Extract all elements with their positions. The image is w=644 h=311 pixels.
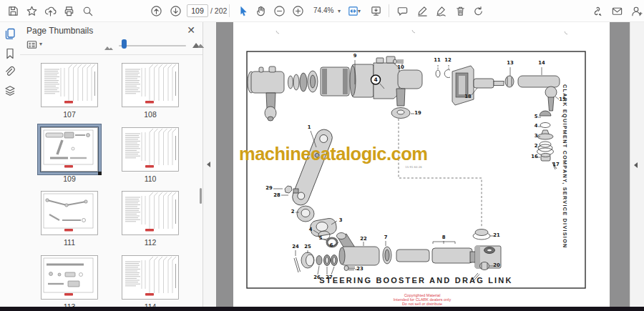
layers-icon[interactable] xyxy=(4,84,16,97)
svg-text:11: 11 xyxy=(434,57,441,63)
toolbar-divider xyxy=(389,4,389,17)
panel-divider xyxy=(20,54,203,55)
thumbnail-size-slider-thumb[interactable] xyxy=(122,39,127,49)
highlight-pen-icon[interactable] xyxy=(414,3,430,19)
page-thumbnail-111[interactable]: 111 xyxy=(41,191,98,247)
svg-text:10: 10 xyxy=(397,64,404,70)
svg-text:4: 4 xyxy=(309,227,313,232)
pdf-viewer-window: / 202 74.4% ▾ ▾ Page Thumbnails ✕ ▾ xyxy=(0,0,644,311)
options-caret-icon[interactable]: ▾ xyxy=(39,41,42,47)
search-icon[interactable] xyxy=(79,3,95,19)
svg-text:19: 19 xyxy=(414,110,421,116)
star-favorite-icon[interactable] xyxy=(24,3,39,19)
page-thumbnail-112[interactable]: 112 xyxy=(122,191,179,247)
svg-text:22: 22 xyxy=(360,236,367,242)
trash-icon[interactable] xyxy=(452,3,468,19)
svg-text:18: 18 xyxy=(464,94,472,99)
thumbnail-page-number: 112 xyxy=(122,238,179,247)
svg-text:13: 13 xyxy=(507,60,514,66)
svg-text:2: 2 xyxy=(291,209,295,214)
thumbnail-larger-icon[interactable] xyxy=(192,39,205,51)
signature-icon[interactable] xyxy=(433,3,449,19)
panel-title: Page Thumbnails xyxy=(26,26,93,36)
panel-collapse-gutter xyxy=(203,21,216,307)
svg-text:7: 7 xyxy=(384,235,388,240)
svg-text:3: 3 xyxy=(535,133,538,139)
zoom-out-icon[interactable] xyxy=(271,3,287,19)
thumbnail-page-number: 111 xyxy=(41,238,98,247)
account-icon[interactable] xyxy=(628,3,644,19)
svg-text:25: 25 xyxy=(304,244,311,250)
rotate-icon[interactable] xyxy=(470,3,486,19)
panel-scrollbar-thumb[interactable] xyxy=(200,188,202,204)
save-icon[interactable] xyxy=(5,3,21,19)
page-thumbnail-110[interactable]: 110 xyxy=(122,127,179,183)
bookmarks-icon[interactable] xyxy=(4,47,16,60)
hand-pan-icon[interactable] xyxy=(253,3,268,19)
page-thumbnails-icon[interactable] xyxy=(4,27,16,40)
page-total-label: / 202 xyxy=(210,6,227,15)
thumbnail-page-number: 110 xyxy=(122,174,179,183)
svg-text:14: 14 xyxy=(538,60,545,66)
document-scrollbar[interactable] xyxy=(630,21,644,307)
svg-text:24: 24 xyxy=(292,244,299,250)
svg-text:4: 4 xyxy=(374,76,377,83)
thumbnail-options-icon[interactable] xyxy=(24,36,39,52)
svg-text:5: 5 xyxy=(535,114,538,119)
selection-handle xyxy=(98,172,102,175)
zoom-in-icon[interactable] xyxy=(290,3,306,19)
attachments-icon[interactable] xyxy=(4,66,16,79)
page-thumbnail-107[interactable]: 107 xyxy=(41,63,98,119)
page-thumbnail-108[interactable]: 108 xyxy=(122,63,179,119)
thumbnail-size-slider[interactable] xyxy=(119,45,186,46)
svg-text:20: 20 xyxy=(493,262,500,268)
copyright-notice: Copyrighted Material Intended for CLARK … xyxy=(315,293,530,307)
select-cursor-icon[interactable] xyxy=(235,3,250,19)
thumbnail-smaller-icon[interactable] xyxy=(104,41,114,54)
comment-icon[interactable] xyxy=(394,3,410,19)
fit-caret-icon[interactable]: ▾ xyxy=(358,8,361,14)
thumbnail-grid: 107108109110111112113114 xyxy=(20,61,203,307)
page-thumbnail-109[interactable]: 109 xyxy=(41,127,98,183)
svg-text:8: 8 xyxy=(442,235,446,240)
page-number-input[interactable] xyxy=(187,4,208,17)
svg-text:12: 12 xyxy=(444,57,452,63)
svg-text:3: 3 xyxy=(339,217,343,223)
svg-text:29: 29 xyxy=(265,185,273,191)
document-view-area[interactable]: 9101112131418155432161719412928234562223… xyxy=(216,21,630,307)
page-thumbnail-114[interactable]: 114 xyxy=(122,255,179,307)
link-icon[interactable] xyxy=(588,3,604,19)
svg-text:9: 9 xyxy=(353,53,357,59)
svg-text:15-91-64-26: 15-91-64-26 xyxy=(405,165,422,169)
thumbnail-page-number: 108 xyxy=(122,110,179,119)
page-thumbnail-113[interactable]: 113 xyxy=(41,255,98,307)
page-up-icon[interactable] xyxy=(148,3,164,19)
svg-text:23: 23 xyxy=(356,266,364,272)
print-icon[interactable] xyxy=(61,3,77,19)
watermark-text: machinecatalogic.com xyxy=(239,144,428,164)
document-page: 9101112131418155432161719412928234562223… xyxy=(233,21,610,307)
collapse-panel-icon[interactable] xyxy=(207,162,210,167)
svg-text:5: 5 xyxy=(319,235,323,241)
thumbnail-page-number: 107 xyxy=(41,110,98,119)
share-upload-icon[interactable] xyxy=(42,3,58,19)
diagram-title: STEERING BOOSTER AND DRAG LINK xyxy=(247,276,585,285)
toolbar-divider xyxy=(229,4,230,17)
svg-text:21: 21 xyxy=(493,232,500,238)
presentation-icon[interactable] xyxy=(368,3,384,19)
close-icon[interactable]: ✕ xyxy=(187,24,195,36)
svg-text:16: 16 xyxy=(531,154,538,159)
zoom-level-label[interactable]: 74.4% xyxy=(313,6,333,14)
svg-text:17: 17 xyxy=(552,162,560,167)
main-toolbar: / 202 74.4% ▾ ▾ xyxy=(0,0,644,22)
copyright-line: Do not sell or distribute xyxy=(315,302,530,306)
booster-exploded-view: 9101112131418155432161719412928234562223… xyxy=(248,53,566,281)
page-down-icon[interactable] xyxy=(167,3,183,19)
publisher-side-text: CLARK EQUIPMENT COMPANY, SERVICE DIVISIO… xyxy=(562,84,568,245)
zoom-caret-icon[interactable]: ▾ xyxy=(338,8,341,14)
collapse-right-panel-icon[interactable] xyxy=(634,162,638,168)
navigation-panel-strip xyxy=(0,21,21,307)
svg-text:4: 4 xyxy=(535,123,538,129)
email-icon[interactable] xyxy=(609,3,625,19)
page-thumbnails-panel: Page Thumbnails ✕ ▾ 10710810911011111211… xyxy=(20,21,203,307)
